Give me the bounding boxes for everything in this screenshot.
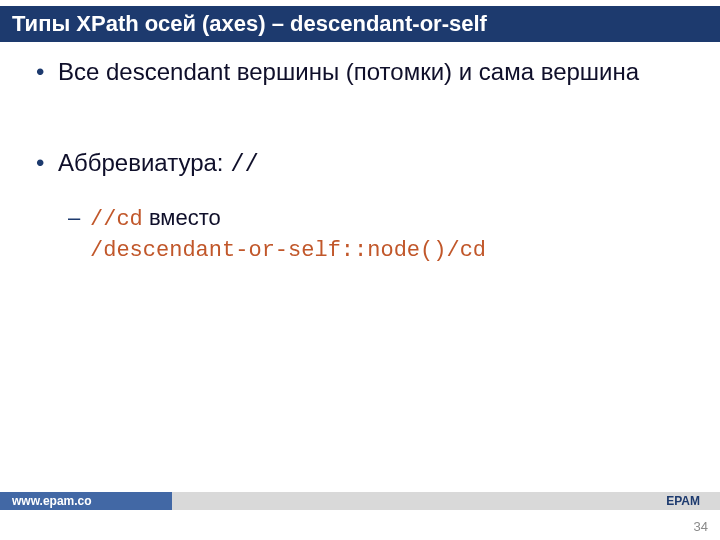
sub1-code-a: //cd xyxy=(90,207,143,232)
slide: Типы XPath осей (axes) – descendant-or-s… xyxy=(0,0,720,540)
bullet-2-prefix: Аббревиатура: xyxy=(58,149,230,176)
sub1-mid: вместо xyxy=(143,205,221,230)
bullet-2: Аббревиатура: // //cd вместо /descendant… xyxy=(36,147,686,265)
subbullet-1: //cd вместо /descendant-or-self::node()/… xyxy=(68,204,686,265)
bullet-2-code: // xyxy=(230,151,259,178)
slide-body: Все descendant вершины (потомки) и сама … xyxy=(36,56,686,326)
title-text: Типы XPath осей (axes) – descendant-or-s… xyxy=(12,11,487,37)
bullet-1-text: Все descendant вершины (потомки) и сама … xyxy=(58,58,639,85)
page-number: 34 xyxy=(694,519,708,534)
bullet-1: Все descendant вершины (потомки) и сама … xyxy=(36,56,686,87)
slide-title: Типы XPath осей (axes) – descendant-or-s… xyxy=(0,6,720,42)
footer-brand: EPAM xyxy=(666,494,720,508)
sub1-code-b: /descendant-or-self::node()/cd xyxy=(90,238,486,263)
footer-url: www.epam.co xyxy=(0,492,172,510)
footer-bar: www.epam.co EPAM xyxy=(0,492,720,510)
